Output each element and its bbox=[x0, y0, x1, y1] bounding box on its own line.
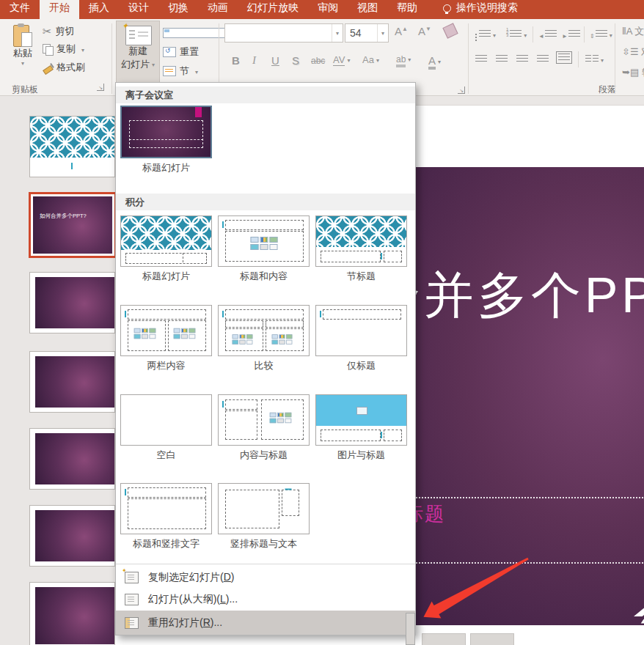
new-slide-dropdown-arrow[interactable] bbox=[150, 59, 155, 70]
font-name-combobox[interactable]: ▾ bbox=[224, 23, 343, 43]
convert-smartart-button[interactable]: ➥▤ 转换 bbox=[622, 66, 644, 79]
tab-animations[interactable]: 动画 bbox=[198, 0, 238, 19]
copy-icon bbox=[43, 44, 53, 55]
slide-thumbnail-6[interactable] bbox=[29, 505, 115, 567]
paste-dropdown-arrow[interactable]: ▾ bbox=[6, 60, 40, 67]
slide-thumbnail-4[interactable] bbox=[29, 351, 115, 413]
menu-item-slides-from-outline[interactable]: 幻灯片(从大纲)(L)... bbox=[116, 589, 415, 611]
layout-option-picture-with-caption[interactable]: 图片与标题 bbox=[315, 394, 407, 462]
clear-formatting-icon[interactable] bbox=[442, 23, 458, 38]
tab-home[interactable]: 开始 bbox=[40, 0, 79, 19]
align-left-button[interactable] bbox=[475, 53, 487, 66]
align-right-button[interactable] bbox=[516, 53, 528, 66]
tab-file[interactable]: 文件 bbox=[0, 0, 40, 19]
layout-option-content-with-caption[interactable]: 内容与标题 bbox=[218, 394, 310, 462]
format-painter-button[interactable]: 格式刷 bbox=[43, 61, 85, 74]
layout-option-section-header[interactable]: 节标题 bbox=[315, 215, 407, 283]
text-shadow-button[interactable]: S bbox=[292, 54, 299, 67]
layout-option-title-only[interactable]: 仅标题 bbox=[315, 305, 407, 372]
slide3-content bbox=[35, 277, 114, 328]
increase-font-size-button[interactable]: A▲ bbox=[395, 25, 408, 37]
menu-item-duplicate-selected-slides[interactable]: 复制选定幻灯片(D) bbox=[116, 567, 415, 589]
tab-review[interactable]: 审阅 bbox=[308, 0, 348, 19]
increase-indent-button[interactable]: ► bbox=[562, 28, 580, 41]
layout-option-ion-title[interactable]: 标题幻灯片 bbox=[120, 106, 212, 174]
copy-button[interactable]: 复制 bbox=[43, 43, 84, 56]
layout-button[interactable]: 版式 bbox=[163, 26, 191, 40]
layout-option-blank[interactable]: 空白 bbox=[120, 394, 212, 462]
slide4-content bbox=[35, 356, 114, 408]
tab-view[interactable]: 视图 bbox=[348, 0, 387, 19]
slide-thumbnail-7[interactable] bbox=[29, 582, 115, 645]
text-direction-button[interactable]: ⦀A 文字方向 bbox=[622, 25, 644, 38]
slide-thumbnail-3[interactable] bbox=[29, 272, 115, 333]
cut-button[interactable]: 剪切 bbox=[43, 25, 75, 38]
align-left-icon bbox=[475, 55, 487, 63]
font-dialog-launcher[interactable] bbox=[458, 86, 465, 94]
layout-option-title-slide[interactable]: 标题幻灯片 bbox=[120, 215, 212, 283]
line-spacing-arrow bbox=[607, 28, 612, 40]
cut-label: 剪切 bbox=[56, 25, 75, 38]
layout-option-title-and-content[interactable]: 标题和内容 bbox=[218, 215, 310, 283]
tab-transitions[interactable]: 切换 bbox=[158, 0, 198, 19]
font-size-dropdown-arrow[interactable]: ▾ bbox=[377, 24, 388, 42]
layout-option-title-vertical-text[interactable]: 标题和竖排文字 bbox=[120, 483, 212, 550]
tab-insert[interactable]: 插入 bbox=[79, 0, 119, 19]
font-size-combobox[interactable]: 54 ▾ bbox=[345, 23, 389, 43]
reset-icon bbox=[163, 47, 176, 57]
ribbon-tab-bar: 文件 开始 插入 设计 切换 动画 幻灯片放映 审阅 视图 帮助 操作说明搜索 bbox=[0, 0, 644, 19]
highlight-arrow bbox=[406, 54, 411, 64]
new-slide-button[interactable]: ✦ 新建 幻灯片 bbox=[116, 21, 160, 84]
decrease-indent-button[interactable]: ◄ bbox=[538, 28, 557, 41]
line-spacing-button[interactable]: ⇕ bbox=[590, 28, 612, 41]
character-spacing-button[interactable]: AV bbox=[333, 54, 350, 65]
layout-option-two-content[interactable]: 两栏内容 bbox=[120, 305, 212, 372]
align-center-button[interactable] bbox=[496, 53, 508, 66]
distribute-button[interactable] bbox=[556, 51, 572, 64]
menu-item-reuse-slides[interactable]: 重用幻灯片(R)... bbox=[116, 611, 415, 635]
decrease-font-size-button[interactable]: A▼ bbox=[418, 25, 431, 37]
layout-label: 节标题 bbox=[315, 270, 407, 283]
increase-indent-icon: ► bbox=[562, 33, 568, 40]
layout-thumbnail bbox=[120, 106, 212, 158]
strikethrough-button[interactable]: abc bbox=[311, 56, 325, 66]
menu-item-label: 重用幻灯片(R)... bbox=[148, 616, 222, 630]
slide-thumbnail-5[interactable] bbox=[29, 428, 115, 490]
section-button[interactable]: 节 bbox=[163, 64, 198, 78]
font-name-dropdown-arrow[interactable]: ▾ bbox=[332, 24, 343, 42]
layout-option-comparison[interactable]: 比较 bbox=[218, 305, 310, 372]
columns-button[interactable] bbox=[585, 53, 604, 66]
change-case-button[interactable]: Aa bbox=[362, 54, 379, 65]
paste-button[interactable]: 粘贴 ▾ bbox=[6, 22, 40, 79]
highlight-color-button[interactable]: ab bbox=[396, 54, 411, 64]
theme-section-header-ion: 离子会议室 bbox=[116, 86, 415, 103]
tab-slideshow[interactable]: 幻灯片放映 bbox=[238, 0, 308, 19]
bold-button[interactable]: B bbox=[232, 54, 240, 67]
slide2-title-text: 如何合并多个PPT? bbox=[40, 213, 87, 220]
layout-label: 内容与标题 bbox=[218, 449, 310, 462]
reset-button[interactable]: 重置 bbox=[163, 45, 199, 59]
clipboard-dialog-launcher[interactable] bbox=[97, 84, 104, 91]
underline-button[interactable]: U bbox=[271, 54, 279, 67]
justify-button[interactable] bbox=[537, 53, 549, 66]
placeholder-border-top bbox=[396, 497, 644, 498]
tab-help[interactable]: 帮助 bbox=[387, 0, 427, 19]
slide-thumbnail-2-selected[interactable]: 如何合并多个PPT? bbox=[29, 192, 117, 258]
layout-option-vertical-title-text[interactable]: 竖排标题与文本 bbox=[218, 483, 310, 550]
slide-thumbnail-1[interactable] bbox=[29, 116, 115, 177]
align-text-button[interactable]: ⇳☰ 对齐文本 bbox=[622, 45, 644, 59]
tell-me-search[interactable]: 操作说明搜索 bbox=[427, 0, 525, 19]
font-size-value: 54 bbox=[345, 27, 362, 39]
layout-thumbnail bbox=[218, 305, 310, 356]
layout-label: 空白 bbox=[120, 449, 212, 462]
bullets-button[interactable] bbox=[475, 28, 496, 41]
tab-design[interactable]: 设计 bbox=[119, 0, 158, 19]
paragraph-group-label: 段落 bbox=[599, 84, 616, 96]
format-painter-icon bbox=[43, 62, 53, 73]
bullets-arrow bbox=[491, 28, 496, 40]
font-color-button[interactable]: A bbox=[428, 54, 441, 67]
copy-dropdown-arrow[interactable] bbox=[79, 44, 84, 55]
align-right-icon bbox=[516, 55, 528, 63]
italic-button[interactable]: I bbox=[252, 54, 256, 67]
numbering-button[interactable]: 123 bbox=[506, 28, 527, 41]
